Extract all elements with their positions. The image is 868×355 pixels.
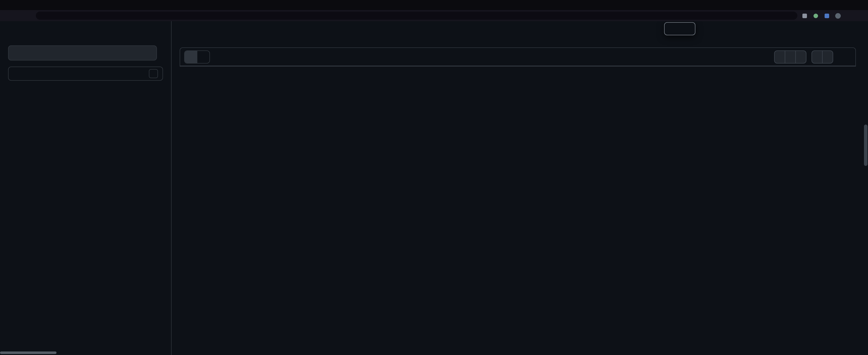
download-icon[interactable] xyxy=(795,51,806,63)
code-blame-switch xyxy=(184,50,210,63)
code-container xyxy=(180,47,856,67)
find-in-file-bar xyxy=(664,22,695,35)
url-bar[interactable] xyxy=(36,11,797,20)
browser-chrome xyxy=(0,0,868,21)
branch-selector[interactable] xyxy=(8,45,157,61)
sidebar-toggle-icon[interactable] xyxy=(845,12,853,20)
browser-tab-bar xyxy=(0,0,868,10)
copy-icon[interactable] xyxy=(785,51,795,63)
profile-avatar[interactable] xyxy=(834,12,842,20)
menu-icon[interactable] xyxy=(857,12,864,20)
extension-icon-2[interactable] xyxy=(823,12,831,20)
files-sidebar xyxy=(0,21,172,355)
raw-button[interactable] xyxy=(775,51,785,63)
page-scrollbar[interactable] xyxy=(864,21,868,355)
extension-icon[interactable] xyxy=(812,12,819,20)
symbols-panel-icon[interactable] xyxy=(838,50,851,63)
go-to-file-input[interactable] xyxy=(8,67,163,81)
sidebar-horizontal-scrollbar[interactable] xyxy=(0,352,57,354)
scrollbar-thumb[interactable] xyxy=(864,125,868,166)
edit-pencil-icon[interactable] xyxy=(812,51,822,63)
tab-blame[interactable] xyxy=(197,51,210,63)
extensions-puzzle-icon[interactable] xyxy=(801,12,808,20)
github-code-page xyxy=(0,21,868,355)
edit-actions-group xyxy=(811,50,833,63)
tab-code[interactable] xyxy=(185,51,197,63)
file-header xyxy=(180,48,856,66)
file-view xyxy=(172,21,868,355)
edit-caret-icon[interactable] xyxy=(822,51,833,63)
browser-toolbar xyxy=(0,10,868,21)
shortcut-keycap xyxy=(149,69,158,78)
browser-window xyxy=(0,0,868,355)
raw-actions-group xyxy=(774,50,806,63)
